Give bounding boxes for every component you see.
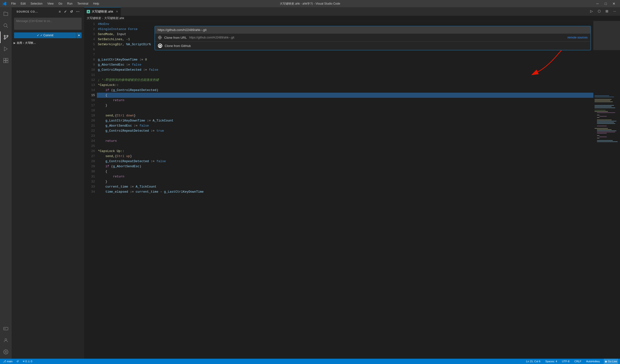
titlebar-left: File Edit Selection View Go Run Terminal…	[2, 1, 100, 6]
code-line-27: send,{Ctrl up}	[97, 154, 593, 159]
list-view-icon[interactable]: ≡	[58, 9, 62, 14]
clone-url-sub: https://github.com/HJ2489/ahk--.git	[189, 36, 234, 39]
svg-rect-20	[595, 97, 614, 97]
line-ending-text: CRLF	[574, 360, 581, 363]
line-number-26: 26	[84, 149, 95, 154]
check-icon[interactable]: ✓	[63, 9, 68, 14]
tab-main-file[interactable]: A 大写键映射.ahk ✕	[84, 7, 121, 16]
status-go-live[interactable]: ◉ Go Live	[604, 359, 618, 364]
menu-file[interactable]: File	[10, 1, 17, 6]
clone-from-github-item[interactable]: Clone from GitHub	[155, 42, 590, 50]
status-encoding[interactable]: UTF-8	[561, 359, 570, 364]
editor-toolbar-right: ▷ ⬡ ⊞ ···	[588, 8, 618, 14]
line-number-18: 18	[84, 108, 95, 113]
minimap-content	[593, 21, 620, 359]
line-number-3: 3	[84, 32, 95, 37]
commit-buttons: ✓ ✓ Commit ▾	[14, 32, 82, 38]
commit-message-input[interactable]	[14, 18, 82, 30]
activity-run[interactable]	[0, 43, 12, 55]
activity-extensions[interactable]	[0, 55, 12, 66]
svg-rect-32	[597, 117, 599, 118]
status-position[interactable]: Ln 15, Col 6	[525, 359, 541, 364]
status-sync[interactable]: ↺	[16, 359, 20, 364]
breadcrumb-file[interactable]: 大写键映射.ahk	[104, 16, 124, 20]
split-editor-icon[interactable]: ⊞	[604, 8, 610, 14]
menu-go[interactable]: Go	[57, 1, 63, 6]
commit-dropdown-button[interactable]: ▾	[76, 32, 82, 38]
svg-rect-11	[4, 327, 8, 330]
line-number-9: 9	[84, 62, 95, 67]
clone-from-url-item[interactable]: Clone from URL https://github.com/HJ2489…	[155, 34, 590, 42]
menu-edit[interactable]: Edit	[20, 1, 27, 6]
status-line-ending[interactable]: CRLF	[573, 359, 582, 364]
code-content[interactable]: #NoEnv#SingleInstance ForceSendMode, Inp…	[97, 21, 593, 359]
editor-area: A 大写键映射.ahk ✕ ▷ ⬡ ⊞ ··· 大写键映射 › 大写键映射.ah…	[84, 7, 620, 359]
status-branch[interactable]: ⎇ main	[2, 359, 14, 364]
line-number-10: 10	[84, 67, 95, 72]
svg-rect-42	[597, 133, 607, 134]
svg-rect-22	[595, 100, 610, 101]
url-input[interactable]	[155, 26, 591, 34]
svg-rect-35	[597, 122, 614, 123]
titlebar-menu: File Edit Selection View Go Run Terminal…	[10, 1, 100, 6]
svg-rect-36	[597, 123, 615, 124]
code-line-17: }	[97, 103, 593, 108]
line-number-23: 23	[84, 133, 95, 138]
svg-rect-33	[597, 120, 612, 120]
commit-area: ✓ ✓ Commit ▾	[12, 16, 84, 40]
svg-rect-30	[597, 115, 599, 115]
status-left: ⎇ main ↺ ✕ 0 ⚠ 0	[2, 359, 33, 364]
debug-icon[interactable]: ⬡	[596, 8, 603, 14]
line-number-34: 34	[84, 189, 95, 194]
changes-section-header[interactable]: ▶ 自用 › 大写映...	[12, 40, 84, 46]
status-spaces[interactable]: Spaces: 4	[544, 359, 558, 364]
code-line-28: g_ControlRepeatDetected := false	[97, 159, 593, 164]
activity-source-control[interactable]	[0, 31, 12, 43]
branch-name: main	[7, 360, 13, 363]
more-icon[interactable]: ···	[611, 8, 618, 14]
maximize-button[interactable]: □	[602, 1, 609, 6]
menu-run[interactable]: Run	[66, 1, 73, 6]
sync-icon: ↺	[16, 360, 19, 363]
svg-rect-41	[597, 132, 615, 132]
activity-remote[interactable]	[0, 323, 12, 334]
breadcrumb-folder[interactable]: 大写键映射	[87, 16, 101, 20]
activity-explorer[interactable]	[0, 8, 12, 20]
line-number-13: 13	[84, 83, 95, 88]
activity-search[interactable]	[0, 20, 12, 31]
menu-view[interactable]: View	[46, 1, 54, 6]
menu-terminal[interactable]: Terminal	[76, 1, 89, 6]
code-line-33: current_time := A_TickCount	[97, 184, 593, 189]
vscode-icon	[2, 2, 6, 6]
menu-help[interactable]: Help	[92, 1, 100, 6]
svg-rect-25	[595, 106, 612, 107]
status-errors[interactable]: ✕ 0 ⚠ 0	[22, 359, 33, 364]
code-line-23	[97, 133, 593, 138]
run-icon[interactable]: ▷	[588, 8, 595, 14]
status-language[interactable]: AutoHotkey	[585, 359, 601, 364]
commit-button[interactable]: ✓ ✓ Commit	[14, 32, 76, 38]
tab-close-icon[interactable]: ✕	[116, 10, 118, 13]
code-line-24: return	[97, 138, 593, 144]
menu-selection[interactable]: Selection	[30, 1, 43, 6]
code-line-32: }	[97, 179, 593, 184]
code-editor: 1234567891011121314151617181920212223242…	[84, 21, 620, 359]
svg-point-15	[5, 351, 7, 353]
minimize-button[interactable]: ─	[594, 1, 601, 6]
svg-rect-8	[6, 58, 8, 60]
refresh-icon[interactable]: ↺	[70, 9, 74, 14]
close-button[interactable]: ✕	[610, 1, 618, 6]
code-line-18	[97, 108, 593, 113]
tab-bar: A 大写键映射.ahk ✕	[84, 7, 620, 16]
remote-sources-link[interactable]: remote sources	[567, 36, 588, 39]
line-number-28: 28	[84, 159, 95, 164]
svg-rect-34	[597, 121, 616, 121]
activity-settings[interactable]	[0, 346, 12, 358]
svg-rect-26	[595, 108, 615, 108]
more-actions-icon[interactable]: ···	[76, 9, 80, 14]
code-line-22: g_ControlRepeatDetected := true	[97, 128, 593, 133]
activity-account[interactable]	[0, 334, 12, 346]
line-number-5: 5	[84, 42, 95, 47]
clone-from-github-label: Clone from GitHub	[165, 44, 191, 48]
line-number-22: 22	[84, 128, 95, 133]
